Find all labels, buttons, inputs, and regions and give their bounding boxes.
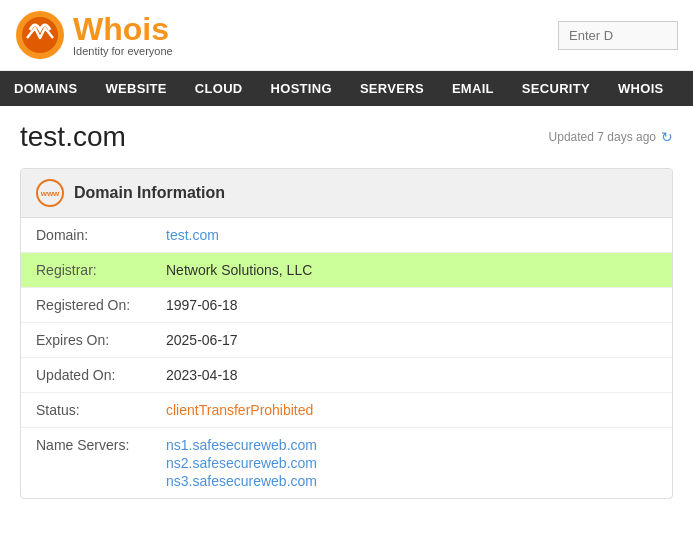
field-value-expires: 2025-06-17 <box>151 323 672 358</box>
table-row: Registrar: Network Solutions, LLC <box>21 253 672 288</box>
logo-area: Whois Identity for everyone <box>15 10 173 60</box>
nav-item-hosting[interactable]: HOSTING <box>257 71 346 106</box>
domain-title: test.com <box>20 121 126 153</box>
whois-logo-icon <box>15 10 65 60</box>
nav-item-email[interactable]: EMAIL <box>438 71 508 106</box>
nav-item-servers[interactable]: SERVERS <box>346 71 438 106</box>
card-header: www Domain Information <box>21 169 672 218</box>
field-label: Registrar: <box>21 253 151 288</box>
field-label: Updated On: <box>21 358 151 393</box>
table-row: Name Servers: ns1.safesecureweb.com ns2.… <box>21 428 672 499</box>
domain-info-card: www Domain Information Domain: test.com … <box>20 168 673 499</box>
nav-item-security[interactable]: SECURITY <box>508 71 604 106</box>
table-row: Status: clientTransferProhibited <box>21 393 672 428</box>
www-badge: www <box>36 179 64 207</box>
field-label: Domain: <box>21 218 151 253</box>
updated-info: Updated 7 days ago ↻ <box>549 129 673 145</box>
status-value: clientTransferProhibited <box>166 402 313 418</box>
nameserver-3[interactable]: ns3.safesecureweb.com <box>166 473 657 489</box>
field-value-domain: test.com <box>151 218 672 253</box>
nav-item-website[interactable]: WEBSITE <box>92 71 181 106</box>
field-value-nameservers: ns1.safesecureweb.com ns2.safesecureweb.… <box>151 428 672 499</box>
domain-title-row: test.com Updated 7 days ago ↻ <box>20 121 673 153</box>
table-row: Expires On: 2025-06-17 <box>21 323 672 358</box>
svg-point-1 <box>22 17 58 53</box>
table-row: Domain: test.com <box>21 218 672 253</box>
logo-tagline: Identity for everyone <box>73 45 173 57</box>
nameserver-2[interactable]: ns2.safesecureweb.com <box>166 455 657 471</box>
table-row: Updated On: 2023-04-18 <box>21 358 672 393</box>
field-label: Registered On: <box>21 288 151 323</box>
search-input[interactable] <box>558 21 678 50</box>
field-value-registrar: Network Solutions, LLC <box>151 253 672 288</box>
logo-name: Whois <box>73 13 173 45</box>
card-title: Domain Information <box>74 184 225 202</box>
nameserver-list: ns1.safesecureweb.com ns2.safesecureweb.… <box>166 437 657 489</box>
refresh-icon[interactable]: ↻ <box>661 129 673 145</box>
registrar-value: Network Solutions, LLC <box>166 262 312 278</box>
main-nav: DOMAINS WEBSITE CLOUD HOSTING SERVERS EM… <box>0 71 693 106</box>
nav-item-domains[interactable]: DOMAINS <box>0 71 92 106</box>
domain-info-table: Domain: test.com Registrar: Network Solu… <box>21 218 672 498</box>
field-value-registered: 1997-06-18 <box>151 288 672 323</box>
nav-item-cloud[interactable]: CLOUD <box>181 71 257 106</box>
updated-text: Updated 7 days ago <box>549 130 656 144</box>
field-label: Expires On: <box>21 323 151 358</box>
table-row: Registered On: 1997-06-18 <box>21 288 672 323</box>
logo-text: Whois Identity for everyone <box>73 13 173 57</box>
field-label: Name Servers: <box>21 428 151 499</box>
main-content: test.com Updated 7 days ago ↻ www Domain… <box>0 106 693 514</box>
domain-value[interactable]: test.com <box>166 227 219 243</box>
field-value-status: clientTransferProhibited <box>151 393 672 428</box>
header: Whois Identity for everyone <box>0 0 693 71</box>
nav-item-whois[interactable]: WHOIS <box>604 71 678 106</box>
field-label: Status: <box>21 393 151 428</box>
field-value-updated: 2023-04-18 <box>151 358 672 393</box>
nameserver-1[interactable]: ns1.safesecureweb.com <box>166 437 657 453</box>
